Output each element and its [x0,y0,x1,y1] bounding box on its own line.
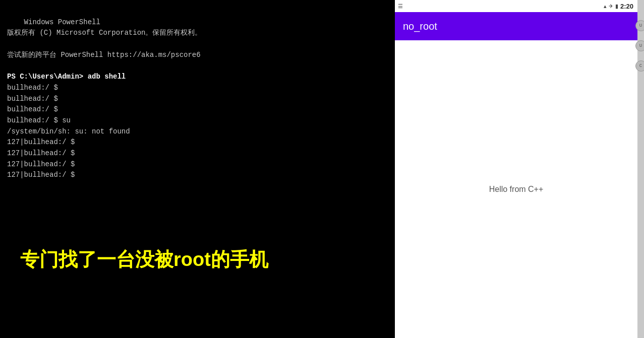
side-icon-2-label: U [639,43,642,48]
shell-127-1: 127|bullhead:/ $ [7,138,75,146]
app-content-area: Hello from C++ [395,40,637,338]
side-icon-1-label: U [639,23,642,28]
app-toolbar: no_root [395,12,637,40]
android-screen: ☰ ▴ ✈ ▮ 2:20 no_root Hello from C++ [395,0,637,338]
copyright-line: 版权所有 (C) Microsoft Corporation。保留所有权利。 [7,29,202,37]
status-bar-right: ▴ ✈ ▮ 2:20 [604,3,633,10]
notification-icon: ☰ [398,3,403,10]
shell-prompt-3: bullhead:/ $ [7,105,58,113]
shell-127-4: 127|bullhead:/ $ [7,171,75,179]
annotation-label: 专门找了一台没被root的手机 [20,247,268,273]
device-side-buttons: U U C [637,0,644,338]
shell-127-3: 127|bullhead:/ $ [7,160,75,168]
shell-prompt-2: bullhead:/ $ [7,95,58,103]
android-device-panel: ☰ ▴ ✈ ▮ 2:20 no_root Hello from C++ U U … [395,0,644,338]
su-not-found: /system/bin/sh: su: not found [7,127,130,136]
pscore-line: 尝试新的跨平台 PowerShell https://aka.ms/pscore… [7,51,201,59]
powershell-title: Windows PowerShell [24,18,100,26]
battery-icon: ▮ [615,3,618,10]
hello-from-cpp-text: Hello from C++ [489,185,544,194]
status-bar: ☰ ▴ ✈ ▮ 2:20 [395,0,637,12]
shell-prompt-1: bullhead:/ $ [7,84,58,92]
adb-cmd-line: PS C:\Users\Admin> adb shell [7,73,126,81]
side-icon-3-label: C [639,63,642,69]
clock-display: 2:20 [620,3,633,10]
terminal-output: Windows PowerShell 版权所有 (C) Microsoft Co… [7,6,388,192]
su-cmd-line: bullhead:/ $ su [7,116,71,124]
signal-icon: ▴ [604,3,607,10]
terminal-panel: Windows PowerShell 版权所有 (C) Microsoft Co… [0,0,395,338]
status-bar-left: ☰ [398,3,403,10]
airplane-icon: ✈ [609,3,613,10]
app-title-label: no_root [403,21,437,32]
shell-127-2: 127|bullhead:/ $ [7,149,75,157]
